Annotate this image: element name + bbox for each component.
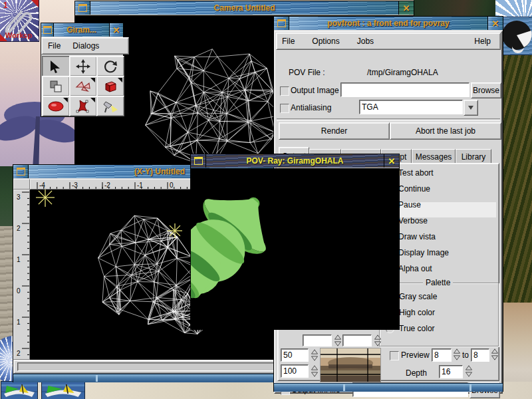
sailboat-icon	[42, 382, 84, 399]
svg-text:-2: -2	[104, 182, 110, 189]
tool-scale-button[interactable]	[42, 76, 70, 96]
maximize-icon	[78, 4, 87, 12]
povfront-titlebar[interactable]: povfront : a front end for povray ✕	[274, 17, 503, 30]
tool-faces-button[interactable]	[69, 76, 97, 96]
maximize-icon	[277, 19, 286, 27]
tool-lathe-button[interactable]	[69, 96, 97, 116]
chevron-down-icon	[467, 105, 474, 110]
output-image-input[interactable]	[340, 82, 469, 97]
maximize-icon	[17, 168, 25, 176]
svg-text:-4: -4	[39, 182, 45, 189]
tool-rotate-button[interactable]	[96, 56, 124, 76]
sphere-icon	[47, 99, 65, 114]
close-icon: ✕	[403, 3, 410, 13]
spin-buttons[interactable]	[333, 334, 342, 347]
output-image-label: Output Image	[291, 86, 339, 95]
toolbox-menubar: File Dialogs	[41, 37, 129, 55]
render-button[interactable]: Render	[279, 122, 390, 140]
svg-text:1: 1	[17, 256, 21, 263]
render-preview-thumbnail[interactable]	[320, 348, 381, 382]
preview-checkbox[interactable]	[390, 351, 399, 360]
menu-file[interactable]: File	[282, 37, 295, 46]
povfront-bottom-scrollbar[interactable]	[274, 383, 503, 392]
povray-titlebar[interactable]: POV- Ray: GiramgOHALA ✕	[191, 154, 399, 168]
preview-from-input[interactable]	[432, 348, 452, 362]
tool-box-button[interactable]	[96, 76, 124, 96]
tool-move-button[interactable]	[69, 56, 97, 76]
depth-input[interactable]	[439, 365, 463, 378]
giram-toolbox-window: Giram... ✕ File Dialogs	[41, 23, 123, 116]
svg-text:0: 0	[170, 182, 174, 189]
lathe-icon	[74, 99, 92, 114]
spin-buttons[interactable]	[452, 348, 462, 361]
xy-bottom-scrollbar[interactable]	[13, 374, 306, 382]
menu-jobs[interactable]: Jobs	[357, 37, 374, 46]
spin-buttons[interactable]	[310, 364, 319, 378]
menu-help[interactable]: Help	[474, 37, 491, 46]
antialiasing-checkbox[interactable]	[280, 104, 289, 113]
spin-buttons[interactable]	[490, 348, 499, 361]
tab-library[interactable]: Library	[456, 149, 491, 164]
workspace-number: 1	[3, 1, 8, 10]
spin-buttons[interactable]	[373, 334, 382, 347]
toolbox-grid	[41, 55, 123, 116]
spotlight-icon	[102, 99, 119, 114]
tool-sphere-button[interactable]	[42, 96, 70, 116]
pov-file-value: /tmp/GiramgOHALA	[367, 68, 438, 77]
spin-buttons[interactable]	[464, 364, 473, 378]
tool-light-button[interactable]	[96, 96, 124, 116]
xy-status-field	[17, 362, 301, 371]
povfront-maximize-button[interactable]	[274, 17, 289, 30]
povray-maximize-button[interactable]	[191, 154, 205, 168]
toolbox-title: Giram...	[54, 23, 109, 37]
povfront-window-title: povfront : a front end for povray	[289, 17, 487, 30]
toolbox-titlebar[interactable]: Giram... ✕	[41, 23, 123, 37]
workspace-pager[interactable]: 1 Worksp	[0, 0, 39, 41]
abort-button[interactable]: Abort the last job	[390, 122, 501, 140]
close-icon: ✕	[113, 25, 120, 35]
scrollbar-notch	[469, 384, 471, 391]
toolbox-close-button[interactable]: ✕	[110, 23, 123, 37]
format-combo-input[interactable]	[359, 100, 463, 114]
menu-file[interactable]: File	[48, 41, 61, 51]
palette-legend: Palette	[423, 278, 453, 287]
region-end-input[interactable]	[281, 364, 309, 378]
povray-window-title: POV- Ray: GiramgOHALA	[206, 154, 384, 168]
preview-to-input[interactable]	[471, 348, 489, 362]
maximize-icon	[43, 26, 52, 34]
camera-titlebar[interactable]: Camera Untitled ✕	[75, 1, 414, 15]
scrollbar-notch	[343, 384, 345, 391]
camera-maximize-button[interactable]	[75, 1, 90, 15]
region-start-input[interactable]	[281, 348, 309, 362]
camera-close-button[interactable]: ✕	[399, 1, 414, 15]
xy-statusbar	[13, 360, 306, 374]
menu-options[interactable]: Options	[312, 37, 339, 46]
format-combo-arrow-button[interactable]	[464, 100, 478, 116]
dock-sailboat-button-1[interactable]	[1, 382, 37, 399]
menu-dialogs[interactable]: Dialogs	[72, 41, 99, 51]
faces-mesh-icon	[74, 79, 92, 94]
crop-grid-lines	[321, 348, 380, 382]
background-palm-fronds-right	[501, 47, 532, 306]
tab-messages[interactable]: Messages	[412, 149, 456, 164]
dock-sailboat-button-2[interactable]	[42, 382, 84, 399]
output-image-browse-button[interactable]: Browse	[471, 82, 501, 98]
pager-corner-arrow-tr	[31, 0, 39, 7]
output-image-checkbox[interactable]	[280, 86, 289, 96]
toolbox-maximize-button[interactable]	[41, 23, 53, 37]
spin-buttons[interactable]	[310, 348, 319, 362]
dock-sphere-button[interactable]	[500, 17, 532, 55]
size-width-input[interactable]	[303, 334, 332, 346]
xy-maximize-button[interactable]	[13, 165, 28, 178]
povfront-close-button[interactable]: ✕	[488, 17, 503, 30]
svg-text:2: 2	[17, 350, 21, 357]
maximize-icon	[194, 157, 203, 165]
close-icon: ✕	[492, 19, 499, 29]
povray-close-button[interactable]: ✕	[384, 154, 399, 168]
size-height-input[interactable]	[342, 334, 372, 346]
tool-select-button[interactable]	[42, 56, 70, 76]
svg-text:-3: -3	[72, 182, 78, 189]
sailboat-icon	[1, 382, 37, 399]
scrollbar-notch	[96, 375, 98, 382]
povray-render-window: POV- Ray: GiramgOHALA ✕	[191, 154, 399, 329]
